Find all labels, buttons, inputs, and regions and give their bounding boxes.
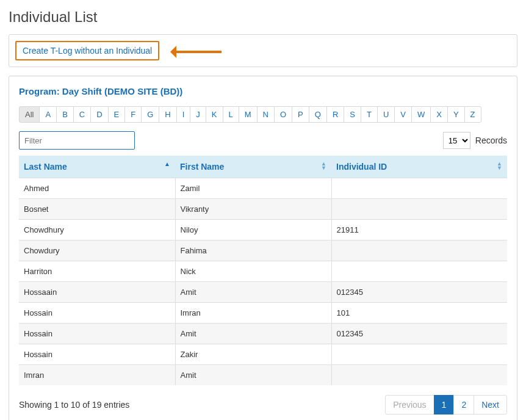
cell (331, 261, 507, 282)
alpha-z[interactable]: Z (464, 106, 481, 123)
alpha-q[interactable]: Q (309, 106, 327, 123)
cell: Ahmed (19, 178, 175, 199)
alpha-c[interactable]: C (73, 106, 91, 123)
cell: 012345 (331, 324, 507, 344)
table-row[interactable]: ImranAmit (19, 365, 507, 386)
create-tlog-link[interactable]: Create T-Log without an Individual (23, 46, 152, 56)
alpha-t[interactable]: T (361, 106, 378, 123)
cell: 012345 (331, 282, 507, 303)
alpha-i[interactable]: I (176, 106, 191, 123)
table-row[interactable]: HossainZakir (19, 344, 507, 365)
cell: Harriton (19, 261, 175, 282)
cell: Fahima (175, 241, 331, 261)
cell: Chowdury (19, 241, 175, 261)
alpha-x[interactable]: X (430, 106, 448, 123)
cell: Hossaain (19, 282, 175, 303)
alpha-m[interactable]: M (239, 106, 258, 123)
alpha-all[interactable]: All (19, 106, 40, 123)
page-next[interactable]: Next (474, 395, 507, 415)
sort-icon: ▲▼ (321, 162, 326, 170)
alpha-r[interactable]: R (326, 106, 344, 123)
col-first-name[interactable]: First Name ▲▼ (175, 156, 331, 178)
alpha-d[interactable]: D (90, 106, 108, 123)
alpha-v[interactable]: V (394, 106, 412, 123)
table-row[interactable]: ChowduryFahima (19, 241, 507, 261)
alpha-s[interactable]: S (344, 106, 361, 123)
col-last-name[interactable]: Last Name ▲ (19, 156, 175, 178)
page-1[interactable]: 1 (434, 395, 455, 415)
cell: Hossain (19, 344, 175, 365)
cell (331, 241, 507, 261)
cell (331, 344, 507, 365)
cell: Hossain (19, 324, 175, 344)
cell: Zamil (175, 178, 331, 199)
individual-list-panel: Program: Day Shift (DEMO SITE (BD)) AllA… (9, 76, 517, 420)
alpha-f[interactable]: F (124, 106, 142, 123)
sort-icon: ▲▼ (497, 162, 502, 170)
table-row[interactable]: HossaainAmit012345 (19, 282, 507, 303)
table-row[interactable]: HarritonNick (19, 261, 507, 282)
alpha-p[interactable]: P (292, 106, 309, 123)
cell: Zakir (175, 344, 331, 365)
page-prev[interactable]: Previous (385, 395, 434, 415)
cell: Amit (175, 365, 331, 386)
table-row[interactable]: BosnetVikranty (19, 199, 507, 220)
sort-asc-icon: ▲ (164, 162, 170, 166)
alpha-w[interactable]: W (411, 106, 431, 123)
cell: 101 (331, 303, 507, 324)
alpha-k[interactable]: K (206, 106, 223, 123)
cell: Imran (175, 303, 331, 324)
alpha-y[interactable]: Y (447, 106, 465, 123)
cell: Niloy (175, 220, 331, 241)
tlog-panel: Create T-Log without an Individual (9, 34, 517, 67)
cell: 21911 (331, 220, 507, 241)
alpha-o[interactable]: O (274, 106, 292, 123)
cell: Amit (175, 282, 331, 303)
alpha-g[interactable]: G (141, 106, 159, 123)
cell: Amit (175, 324, 331, 344)
table-body: AhmedZamilBosnetVikrantyChowdhuryNiloy21… (19, 178, 507, 386)
program-title: Program: Day Shift (DEMO SITE (BD)) (19, 86, 507, 96)
individuals-table: Last Name ▲ First Name ▲▼ Individual ID … (19, 156, 507, 385)
cell: Bosnet (19, 199, 175, 220)
records-select[interactable]: 15 (443, 132, 470, 149)
alpha-b[interactable]: B (56, 106, 74, 123)
col-individual-id[interactable]: Individual ID ▲▼ (331, 156, 507, 178)
table-row[interactable]: ChowdhuryNiloy21911 (19, 220, 507, 241)
alpha-l[interactable]: L (223, 106, 239, 123)
alpha-e[interactable]: E (108, 106, 126, 123)
table-row[interactable]: AhmedZamil (19, 178, 507, 199)
table-row[interactable]: HossainAmit012345 (19, 324, 507, 344)
entries-info: Showing 1 to 10 of 19 entries (19, 400, 129, 410)
alpha-u[interactable]: U (377, 106, 395, 123)
alpha-j[interactable]: J (190, 106, 206, 123)
page-title: Individual List (9, 9, 517, 26)
page-2[interactable]: 2 (453, 395, 474, 415)
alpha-filter-row: AllABCDEFGHIJKLMNOPQRSTUVWXYZ (19, 106, 507, 123)
filter-row: 15 Records (19, 131, 507, 150)
pagination: Previous12Next (386, 395, 507, 415)
alpha-n[interactable]: N (257, 106, 275, 123)
cell (331, 199, 507, 220)
cell (331, 178, 507, 199)
cell: Hossain (19, 303, 175, 324)
cell: Chowdhury (19, 220, 175, 241)
records-label: Records (475, 136, 507, 145)
cell: Vikranty (175, 199, 331, 220)
arrow-annotation (173, 48, 228, 56)
alpha-h[interactable]: H (159, 106, 176, 123)
cell: Nick (175, 261, 331, 282)
table-row[interactable]: HossainImran101 (19, 303, 507, 324)
table-footer: Showing 1 to 10 of 19 entries Previous12… (19, 395, 507, 415)
cell: Imran (19, 365, 175, 386)
filter-input[interactable] (19, 131, 135, 150)
alpha-a[interactable]: A (39, 106, 57, 123)
tlog-highlight: Create T-Log without an Individual (15, 41, 159, 60)
cell (331, 365, 507, 386)
